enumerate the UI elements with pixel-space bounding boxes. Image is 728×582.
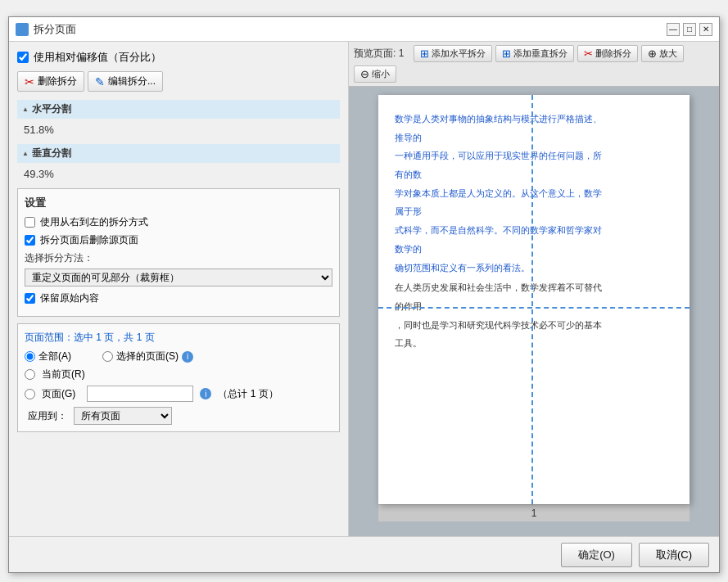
all-pages-row: 全部(A) 选择的页面(S) i: [25, 350, 332, 363]
preview-toolbar: 预览页面: 1 ⊞ 添加水平拆分 ⊞ 添加垂直拆分 ✂ 删除拆分 ⊕ 放大: [349, 42, 719, 87]
confirm-button[interactable]: 确定(O): [561, 543, 632, 567]
method-label: 选择拆分方法：: [25, 251, 332, 265]
right-to-left-row[interactable]: 使用从右到左的拆分方式: [25, 215, 332, 229]
cancel-button[interactable]: 取消(C): [639, 543, 709, 567]
add-horizontal-icon: ⊞: [420, 47, 429, 60]
page-number-bar: 1: [378, 504, 690, 521]
zoom-out-icon: ⊖: [360, 68, 369, 80]
delete-after-split-row[interactable]: 拆分页面后删除源页面: [25, 233, 332, 247]
zoom-out-button[interactable]: ⊖ 缩小: [354, 65, 396, 83]
page-input[interactable]: [87, 386, 193, 402]
maximize-button[interactable]: □: [683, 23, 696, 36]
preview-delete-icon: ✂: [584, 47, 593, 60]
left-panel: 使用相对偏移值（百分比） ✂ 删除拆分 ✎ 编辑拆分... 水平分割 51.8%: [9, 42, 349, 536]
apply-to-row: 应用到： 所有页面: [28, 407, 332, 425]
add-vertical-icon: ⊞: [502, 47, 511, 60]
page-content: 数学是人类对事物的抽象结构与模式进行严格描述、 推导的 一种通用手段，可以应用于…: [395, 111, 673, 351]
zoom-in-icon: ⊕: [648, 47, 657, 60]
method-select-row: 重定义页面的可见部分（裁剪框）: [25, 268, 332, 286]
page-range-group: 页面范围：选中 1 页，共 1 页 全部(A) 选择的页面(S) i: [17, 323, 340, 432]
method-select[interactable]: 重定义页面的可见部分（裁剪框）: [25, 268, 332, 286]
split-toolbar: ✂ 删除拆分 ✎ 编辑拆分...: [17, 71, 340, 92]
delete-after-split-checkbox[interactable]: [25, 235, 35, 246]
delete-split-button[interactable]: ✂ 删除拆分: [17, 71, 84, 92]
horizontal-section-header: 水平分割: [17, 100, 340, 119]
use-relative-offset-checkbox[interactable]: [17, 52, 29, 63]
selected-pages-radio[interactable]: [102, 351, 113, 362]
preview-area: 数学是人类对事物的抽象结构与模式进行严格描述、 推导的 一种通用手段，可以应用于…: [349, 87, 719, 536]
zoom-in-button[interactable]: ⊕ 放大: [641, 45, 684, 62]
preview-label: 预览页面: 1: [354, 47, 404, 61]
edit-split-button[interactable]: ✎ 编辑拆分...: [88, 71, 163, 92]
add-vertical-split-button[interactable]: ⊞ 添加垂直拆分: [495, 45, 574, 62]
all-pages-radio[interactable]: [25, 351, 35, 362]
main-window: 拆分页面 — □ ✕ 使用相对偏移值（百分比） ✂ 删除拆分 ✎ 编: [8, 16, 720, 573]
keep-original-row[interactable]: 保留原始内容: [25, 291, 332, 305]
window-icon: [16, 23, 29, 36]
vertical-section-header: 垂直分割: [17, 144, 340, 163]
vertical-value: 49.3%: [17, 165, 340, 183]
use-relative-offset-row: 使用相对偏移值（百分比）: [17, 50, 340, 65]
current-page-radio[interactable]: [25, 369, 35, 380]
settings-group: 设置 使用从右到左的拆分方式 拆分页面后删除源页面 选择拆分方法： 重定义页面的…: [17, 188, 340, 317]
apply-to-select[interactable]: 所有页面: [74, 407, 172, 425]
current-page-row: 当前页(R): [25, 368, 332, 381]
specific-page-radio[interactable]: [25, 389, 35, 399]
add-horizontal-split-button[interactable]: ⊞ 添加水平拆分: [414, 45, 492, 62]
content-area: 使用相对偏移值（百分比） ✂ 删除拆分 ✎ 编辑拆分... 水平分割 51.8%: [9, 42, 719, 536]
bottom-bar: 确定(O) 取消(C): [9, 536, 719, 572]
page-input-info-icon[interactable]: i: [200, 388, 211, 399]
page-range-title: 页面范围：选中 1 页，共 1 页: [25, 331, 332, 345]
use-relative-offset-label: 使用相对偏移值（百分比）: [34, 50, 161, 65]
keep-original-checkbox[interactable]: [25, 293, 35, 304]
horizontal-value: 51.8%: [17, 120, 340, 139]
settings-title: 设置: [25, 196, 332, 210]
close-button[interactable]: ✕: [699, 23, 712, 36]
page-range-radios: 全部(A) 选择的页面(S) i 当前页(R): [25, 350, 332, 402]
right-to-left-checkbox[interactable]: [25, 217, 35, 228]
selected-pages-info-icon[interactable]: i: [182, 351, 193, 363]
window-controls: — □ ✕: [667, 23, 712, 36]
titlebar: 拆分页面 — □ ✕: [9, 17, 719, 42]
page-preview: 数学是人类对事物的抽象结构与模式进行严格描述、 推导的 一种通用手段，可以应用于…: [378, 95, 690, 504]
page-wrapper: 数学是人类对事物的抽象结构与模式进行严格描述、 推导的 一种通用手段，可以应用于…: [378, 95, 690, 521]
preview-delete-split-button[interactable]: ✂ 删除拆分: [577, 45, 638, 62]
window-title: 拆分页面: [34, 22, 667, 37]
delete-split-icon: ✂: [25, 75, 34, 88]
right-panel: 预览页面: 1 ⊞ 添加水平拆分 ⊞ 添加垂直拆分 ✂ 删除拆分 ⊕ 放大: [349, 42, 719, 536]
minimize-button[interactable]: —: [667, 23, 680, 36]
edit-split-icon: ✎: [95, 75, 105, 88]
specific-page-row: 页面(G) i （总计 1 页）: [25, 386, 332, 402]
